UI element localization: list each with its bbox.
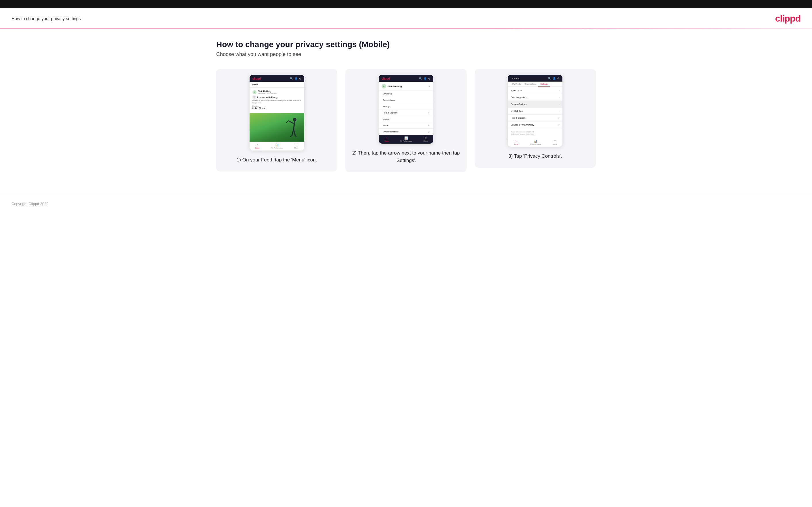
menu-item-logout[interactable]: Logout xyxy=(379,116,433,122)
svg-point-0 xyxy=(293,118,297,121)
duration-value: 01 hr : 30 min xyxy=(252,107,301,109)
arrow-icon-1: › xyxy=(559,96,560,99)
section-item-home[interactable]: Home ∨ xyxy=(379,122,433,129)
step-2-caption: 2) Then, tap the arrow next to your name… xyxy=(351,149,461,164)
performance-icon-2: 📊 xyxy=(404,136,408,139)
settings-item-myaccount[interactable]: My Account › xyxy=(508,87,562,94)
settings-item-helpsupport[interactable]: Help & Support ↗ xyxy=(508,115,562,121)
close-icon: ✕ xyxy=(424,136,427,139)
phone1-bottom-nav: ⌂ Home 📊 My Performance ☰ Menu xyxy=(250,142,304,151)
nav-performance[interactable]: 📊 My Performance xyxy=(271,143,283,149)
step-2-card: clippd 🔍 👤 ⚙ B Blair McHarg xyxy=(345,69,466,172)
my-profile-label: My Profile xyxy=(383,93,392,95)
user-icon: 👤 xyxy=(295,77,298,80)
tab-connections[interactable]: Connections xyxy=(523,81,538,87)
step-1-card: clippd 🔍 👤 ⚙ Feed B Blair McHarg xyxy=(216,69,337,171)
tab-settings[interactable]: Settings xyxy=(538,81,550,87)
nav-menu[interactable]: ☰ Menu xyxy=(295,143,299,149)
home-icon-2: ⌂ xyxy=(386,136,387,139)
menu-nav3-label: Menu xyxy=(553,143,557,145)
settings-item-dataintegrations[interactable]: Data Integrations › xyxy=(508,94,562,101)
dropdown-avatar: B xyxy=(382,84,386,89)
privacycontrols-label: Privacy Controls xyxy=(511,103,526,105)
header-divider xyxy=(0,28,812,29)
menu-item-connections[interactable]: Connections xyxy=(379,97,433,103)
ext-icon-5: ↗ xyxy=(558,124,560,126)
settings-item-serviceprivacy[interactable]: Service & Privacy Policy ↗ xyxy=(508,121,562,128)
chevron-down-icon: ∨ xyxy=(428,124,429,127)
performance-section-label: My Performance xyxy=(383,130,399,133)
performance-nav-label: My Performance xyxy=(400,140,412,142)
step-1-caption: 1) On your Feed, tap the 'Menu' icon. xyxy=(237,156,317,164)
back-arrow-icon: ‹ xyxy=(511,77,511,80)
dataintegrations-label: Data Integrations xyxy=(511,96,527,99)
menu-label: Menu xyxy=(295,147,299,149)
tab-myprofile[interactable]: My Profile xyxy=(510,81,523,87)
phone2-header: clippd 🔍 👤 ⚙ xyxy=(379,75,433,82)
copyright-text: Copyright Clippd 2022 xyxy=(11,202,49,206)
arrow-icon-0: › xyxy=(559,89,560,92)
lesson-icon: 📋 xyxy=(252,95,256,99)
steps-row: clippd 🔍 👤 ⚙ Feed B Blair McHarg xyxy=(216,69,596,172)
svg-line-5 xyxy=(294,129,295,136)
svg-line-3 xyxy=(286,121,289,123)
svg-line-2 xyxy=(289,121,294,123)
phone2-icons: 🔍 👤 ⚙ xyxy=(419,77,430,80)
nav3-menu[interactable]: ☰ Menu xyxy=(553,139,557,145)
feed-avatar: B xyxy=(252,90,256,94)
svg-line-6 xyxy=(290,136,292,137)
dropdown-username: Blair McHarg xyxy=(388,85,402,88)
search-icon: 🔍 xyxy=(290,77,293,80)
search-icon-3: 🔍 xyxy=(548,77,551,80)
settings-item-privacycontrols[interactable]: Privacy Controls › xyxy=(508,101,562,108)
ext-icon-4: ↗ xyxy=(558,117,560,119)
settings-item-mygolfbag[interactable]: My Golf Bag › xyxy=(508,108,562,115)
menu-icon: ☰ xyxy=(295,143,298,147)
helpsupport-label: Help & Support xyxy=(511,117,525,119)
arrow-icon-2: › xyxy=(559,103,560,105)
performance-nav3-label: My Performance xyxy=(529,143,541,145)
user-icon: 👤 xyxy=(423,77,427,80)
footer: Copyright Clippd 2022 xyxy=(0,195,812,212)
nav2-performance[interactable]: 📊 My Performance xyxy=(400,136,412,142)
performance-icon-3: 📊 xyxy=(534,139,537,143)
feed-image xyxy=(250,113,304,142)
phone1-header: clippd 🔍 👤 ⚙ xyxy=(250,75,304,82)
nav-home[interactable]: ⌂ Home xyxy=(255,143,260,149)
phone2-bottom-nav: ⌂ Home 📊 My Performance ✕ Menu xyxy=(379,135,433,144)
dropdown-user-row[interactable]: B Blair McHarg ∧ xyxy=(379,82,433,91)
header-title: How to change your privacy settings xyxy=(11,16,81,21)
home-icon: ⌂ xyxy=(256,143,258,147)
myaccount-label: My Account xyxy=(511,89,522,92)
step-3-card: ‹ < Back 🔍 👤 ⚙ My Profile Connections Se… xyxy=(475,69,596,168)
home-label: Home xyxy=(255,147,260,149)
main-content: How to change your privacy settings (Mob… xyxy=(205,40,607,189)
home-section-label: Home xyxy=(383,124,389,127)
arrow-icon-3: › xyxy=(559,110,560,112)
back-button[interactable]: ‹ < Back xyxy=(511,77,519,80)
svg-line-1 xyxy=(294,121,295,129)
menu-nav-label: Menu xyxy=(423,140,427,142)
menu-item-myprofile[interactable]: My Profile xyxy=(379,91,433,97)
menu-item-help[interactable]: Help & Support ↗ xyxy=(379,110,433,116)
step-3-caption: 3) Tap 'Privacy Controls'. xyxy=(508,153,562,160)
golfer-silhouette xyxy=(286,117,301,142)
section-item-performance[interactable]: My Performance ∨ xyxy=(379,129,433,135)
settings-label: Settings xyxy=(383,105,391,108)
phone-1-mockup: clippd 🔍 👤 ⚙ Feed B Blair McHarg xyxy=(250,75,304,151)
phone-3-mockup: ‹ < Back 🔍 👤 ⚙ My Profile Connections Se… xyxy=(508,75,562,147)
nav3-performance[interactable]: 📊 My Performance xyxy=(529,139,541,145)
logo: clippd xyxy=(775,13,801,24)
back-label: < Back xyxy=(512,77,519,80)
nav3-home[interactable]: ⌂ Home xyxy=(514,139,518,145)
nav2-close[interactable]: ✕ Menu xyxy=(423,136,427,142)
home-nav-label: Home xyxy=(385,140,389,142)
help-label: Help & Support xyxy=(383,111,397,114)
phone3-tabs: My Profile Connections Settings xyxy=(508,81,562,87)
duration-label: Duration xyxy=(252,105,301,107)
nav2-home[interactable]: ⌂ Home xyxy=(385,136,389,142)
phone2-logo: clippd xyxy=(382,77,390,80)
home-nav3-label: Home xyxy=(514,143,518,145)
menu-item-settings[interactable]: Settings xyxy=(379,103,433,110)
user-icon-3: 👤 xyxy=(553,77,556,80)
